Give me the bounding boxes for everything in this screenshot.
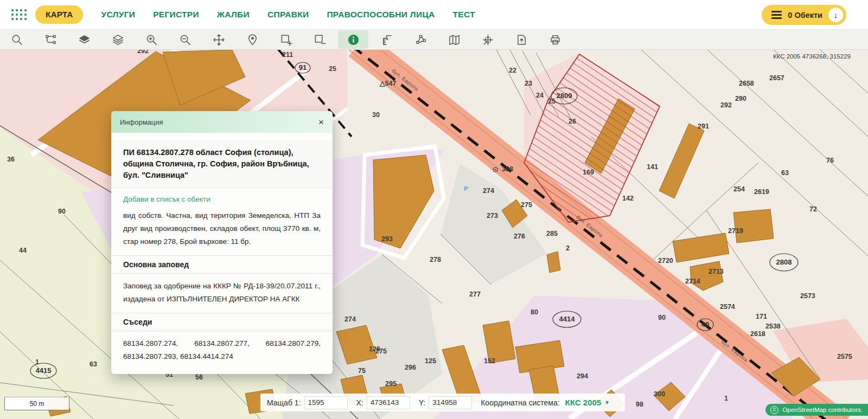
search-icon[interactable] [0, 30, 34, 49]
svg-text:169: 169 [583, 169, 594, 176]
svg-text:2575: 2575 [837, 353, 852, 360]
scale-input[interactable] [304, 396, 348, 409]
corner-measure-icon[interactable] [370, 30, 404, 49]
x-label: X: [356, 398, 363, 407]
svg-text:30: 30 [372, 111, 380, 119]
info-popup-header[interactable]: Информация × [111, 111, 333, 133]
svg-text:44: 44 [19, 247, 27, 254]
page: { "header": { "nav": [ {"label": "КАРТА"… [0, 0, 868, 419]
svg-text:2: 2 [566, 244, 570, 252]
svg-text:72: 72 [809, 205, 817, 213]
svg-text:2720: 2720 [658, 257, 673, 265]
network-icon[interactable] [404, 30, 437, 49]
location-pin-icon[interactable] [235, 30, 269, 49]
zoom-out-icon[interactable] [168, 30, 202, 49]
svg-text:2619: 2619 [754, 188, 769, 196]
svg-text:91: 91 [299, 63, 307, 72]
nav-item-registri[interactable]: РЕГИСТРИ [153, 10, 199, 20]
x-coordinate-input[interactable] [367, 396, 410, 409]
axes-icon[interactable] [471, 30, 505, 49]
svg-text:90: 90 [58, 208, 66, 215]
neighbors-text: 68134.2807.274, 68134.2807.277, 68134.28… [123, 337, 321, 363]
y-label: Y: [419, 398, 425, 407]
select-add-icon[interactable] [269, 30, 303, 49]
y-coordinate-input[interactable] [429, 396, 472, 409]
svg-text:2714: 2714 [685, 278, 700, 285]
svg-text:277: 277 [469, 291, 481, 298]
svg-text:278: 278 [430, 256, 441, 263]
parcel-details-text: вид собств. Частна, вид територия Земеде… [123, 209, 321, 248]
svg-text:2618: 2618 [750, 330, 765, 338]
nav-item-karta[interactable]: КАРТА [35, 5, 83, 24]
nav-item-uslugi[interactable]: УСЛУГИ [101, 10, 135, 20]
top-navigation-bar: КАРТА УСЛУГИ РЕГИСТРИ ЖАЛБИ СПРАВКИ ПРАВ… [0, 0, 868, 29]
apps-grid-icon[interactable] [11, 9, 28, 21]
svg-text:2658: 2658 [739, 80, 754, 87]
hamburger-icon [771, 11, 782, 19]
svg-text:274: 274 [483, 187, 494, 195]
order-section-title: Основна заповед [111, 255, 333, 274]
svg-text:△547: △547 [379, 80, 397, 87]
pan-icon[interactable] [202, 30, 235, 49]
svg-text:25: 25 [329, 65, 336, 73]
objects-count-label: 0 Обекти [788, 11, 822, 20]
svg-text:4414: 4414 [559, 315, 576, 323]
route-icon[interactable] [34, 30, 67, 49]
svg-text:80: 80 [531, 308, 538, 316]
export-icon[interactable] [505, 30, 538, 49]
svg-text:125: 125 [425, 357, 436, 365]
order-text: Заповед за одобрение на КККР № РД-18-39/… [123, 280, 321, 306]
nav-item-spravki[interactable]: СПРАВКИ [267, 10, 309, 20]
layers-stack-icon[interactable] [101, 30, 135, 49]
svg-text:2657: 2657 [769, 74, 784, 82]
svg-text:2719: 2719 [728, 227, 743, 235]
copyright-icon: © [770, 406, 778, 414]
svg-text:296: 296 [405, 364, 416, 371]
svg-text:273: 273 [487, 212, 498, 220]
svg-text:292: 292 [720, 101, 732, 109]
select-remove-icon[interactable] [303, 30, 336, 49]
print-icon[interactable] [538, 30, 572, 49]
crs-dropdown[interactable]: ККС 2005 [565, 398, 601, 407]
svg-text:40: 40 [701, 320, 709, 328]
svg-text:2573: 2573 [800, 292, 815, 300]
parking-label: P [464, 185, 468, 192]
nav-item-pravosposobni-litsa[interactable]: ПРАВОСПОСОБНИ ЛИЦА [327, 10, 435, 20]
close-icon[interactable]: × [318, 118, 324, 127]
info-icon[interactable] [338, 30, 368, 49]
svg-text:2538: 2538 [765, 323, 781, 330]
neighbors-section-title: Съседи [111, 313, 333, 331]
svg-text:275: 275 [521, 201, 532, 209]
nav-item-zhalbi[interactable]: ЖАЛБИ [217, 10, 250, 20]
layers-filled-icon[interactable] [67, 30, 101, 49]
svg-text:2713: 2713 [709, 268, 724, 275]
objects-list-button[interactable]: 0 Обекти ↓ [762, 5, 846, 25]
chevron-down-icon[interactable]: ▼ [604, 399, 610, 405]
zoom-in-icon[interactable] [135, 30, 168, 49]
svg-text:142: 142 [622, 195, 634, 202]
svg-text:141: 141 [647, 163, 658, 171]
svg-text:126: 126 [369, 345, 380, 353]
map-fold-icon[interactable] [437, 30, 471, 49]
add-to-objects-link[interactable]: Добави в списък с обекти [123, 195, 321, 203]
info-popup-body: ПИ 68134.2807.278 област София (столица)… [111, 133, 333, 374]
svg-text:26: 26 [569, 118, 576, 125]
svg-text:294: 294 [577, 372, 588, 380]
download-arrow-icon[interactable]: ↓ [828, 8, 843, 22]
nav-item-test[interactable]: ТЕСТ [453, 10, 475, 20]
svg-text:293: 293 [381, 235, 393, 243]
svg-text:98: 98 [636, 401, 643, 408]
svg-text:290: 290 [735, 95, 746, 102]
svg-text:276: 276 [514, 233, 525, 240]
osm-attribution[interactable]: © OpenStreetMap contributors. [765, 404, 868, 416]
svg-text:1: 1 [724, 395, 728, 402]
svg-text:2809: 2809 [557, 92, 572, 100]
svg-text:274: 274 [344, 315, 356, 323]
svg-text:2808: 2808 [776, 258, 792, 266]
svg-text:388: 388 [502, 165, 513, 173]
map-status-bar: Мащаб 1: X: Y: Координатна система: ККС … [260, 394, 625, 411]
svg-text:22: 22 [509, 67, 516, 74]
svg-text:63: 63 [90, 360, 97, 368]
scale-label: Мащаб 1: [267, 398, 301, 407]
svg-text:211: 211 [282, 51, 293, 59]
